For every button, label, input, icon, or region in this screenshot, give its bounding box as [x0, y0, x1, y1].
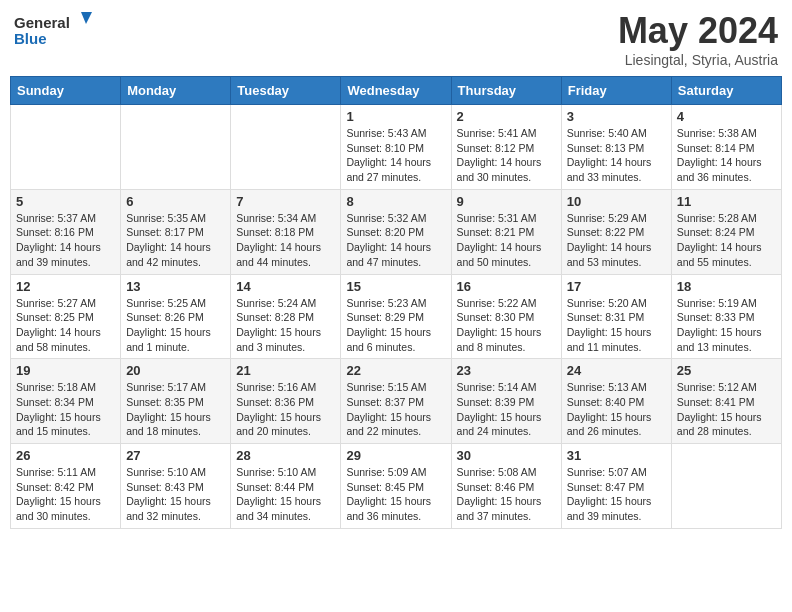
day-info: Sunrise: 5:10 AMSunset: 8:44 PMDaylight:… — [236, 465, 335, 524]
location: Liesingtal, Styria, Austria — [618, 52, 778, 68]
logo: General Blue — [14, 10, 94, 54]
col-header-wednesday: Wednesday — [341, 77, 451, 105]
svg-marker-2 — [81, 12, 92, 24]
calendar-cell: 30Sunrise: 5:08 AMSunset: 8:46 PMDayligh… — [451, 444, 561, 529]
day-info: Sunrise: 5:09 AMSunset: 8:45 PMDaylight:… — [346, 465, 445, 524]
svg-text:Blue: Blue — [14, 30, 47, 47]
day-info: Sunrise: 5:17 AMSunset: 8:35 PMDaylight:… — [126, 380, 225, 439]
calendar-cell: 9Sunrise: 5:31 AMSunset: 8:21 PMDaylight… — [451, 189, 561, 274]
day-number: 14 — [236, 279, 335, 294]
day-info: Sunrise: 5:40 AMSunset: 8:13 PMDaylight:… — [567, 126, 666, 185]
calendar-cell: 22Sunrise: 5:15 AMSunset: 8:37 PMDayligh… — [341, 359, 451, 444]
day-info: Sunrise: 5:13 AMSunset: 8:40 PMDaylight:… — [567, 380, 666, 439]
day-info: Sunrise: 5:08 AMSunset: 8:46 PMDaylight:… — [457, 465, 556, 524]
day-info: Sunrise: 5:16 AMSunset: 8:36 PMDaylight:… — [236, 380, 335, 439]
calendar-cell: 31Sunrise: 5:07 AMSunset: 8:47 PMDayligh… — [561, 444, 671, 529]
calendar-cell: 21Sunrise: 5:16 AMSunset: 8:36 PMDayligh… — [231, 359, 341, 444]
day-info: Sunrise: 5:20 AMSunset: 8:31 PMDaylight:… — [567, 296, 666, 355]
day-number: 21 — [236, 363, 335, 378]
col-header-tuesday: Tuesday — [231, 77, 341, 105]
calendar-table: SundayMondayTuesdayWednesdayThursdayFrid… — [10, 76, 782, 529]
day-number: 1 — [346, 109, 445, 124]
calendar-cell: 5Sunrise: 5:37 AMSunset: 8:16 PMDaylight… — [11, 189, 121, 274]
day-info: Sunrise: 5:27 AMSunset: 8:25 PMDaylight:… — [16, 296, 115, 355]
calendar-cell: 14Sunrise: 5:24 AMSunset: 8:28 PMDayligh… — [231, 274, 341, 359]
calendar-cell: 11Sunrise: 5:28 AMSunset: 8:24 PMDayligh… — [671, 189, 781, 274]
day-info: Sunrise: 5:35 AMSunset: 8:17 PMDaylight:… — [126, 211, 225, 270]
day-info: Sunrise: 5:41 AMSunset: 8:12 PMDaylight:… — [457, 126, 556, 185]
day-info: Sunrise: 5:10 AMSunset: 8:43 PMDaylight:… — [126, 465, 225, 524]
day-number: 27 — [126, 448, 225, 463]
day-number: 22 — [346, 363, 445, 378]
calendar-cell: 10Sunrise: 5:29 AMSunset: 8:22 PMDayligh… — [561, 189, 671, 274]
day-info: Sunrise: 5:31 AMSunset: 8:21 PMDaylight:… — [457, 211, 556, 270]
day-number: 12 — [16, 279, 115, 294]
month-title: May 2024 — [618, 10, 778, 52]
calendar-cell: 7Sunrise: 5:34 AMSunset: 8:18 PMDaylight… — [231, 189, 341, 274]
calendar-cell: 8Sunrise: 5:32 AMSunset: 8:20 PMDaylight… — [341, 189, 451, 274]
calendar-cell — [671, 444, 781, 529]
day-number: 17 — [567, 279, 666, 294]
day-info: Sunrise: 5:12 AMSunset: 8:41 PMDaylight:… — [677, 380, 776, 439]
day-info: Sunrise: 5:37 AMSunset: 8:16 PMDaylight:… — [16, 211, 115, 270]
day-info: Sunrise: 5:38 AMSunset: 8:14 PMDaylight:… — [677, 126, 776, 185]
day-info: Sunrise: 5:15 AMSunset: 8:37 PMDaylight:… — [346, 380, 445, 439]
calendar-cell: 3Sunrise: 5:40 AMSunset: 8:13 PMDaylight… — [561, 105, 671, 190]
day-info: Sunrise: 5:34 AMSunset: 8:18 PMDaylight:… — [236, 211, 335, 270]
day-number: 19 — [16, 363, 115, 378]
day-number: 18 — [677, 279, 776, 294]
calendar-cell: 18Sunrise: 5:19 AMSunset: 8:33 PMDayligh… — [671, 274, 781, 359]
day-info: Sunrise: 5:11 AMSunset: 8:42 PMDaylight:… — [16, 465, 115, 524]
day-number: 3 — [567, 109, 666, 124]
day-info: Sunrise: 5:24 AMSunset: 8:28 PMDaylight:… — [236, 296, 335, 355]
calendar-cell: 13Sunrise: 5:25 AMSunset: 8:26 PMDayligh… — [121, 274, 231, 359]
day-number: 15 — [346, 279, 445, 294]
calendar-cell: 4Sunrise: 5:38 AMSunset: 8:14 PMDaylight… — [671, 105, 781, 190]
day-number: 20 — [126, 363, 225, 378]
col-header-sunday: Sunday — [11, 77, 121, 105]
day-number: 8 — [346, 194, 445, 209]
calendar-cell: 28Sunrise: 5:10 AMSunset: 8:44 PMDayligh… — [231, 444, 341, 529]
day-number: 11 — [677, 194, 776, 209]
calendar-cell: 23Sunrise: 5:14 AMSunset: 8:39 PMDayligh… — [451, 359, 561, 444]
calendar-cell: 1Sunrise: 5:43 AMSunset: 8:10 PMDaylight… — [341, 105, 451, 190]
col-header-friday: Friday — [561, 77, 671, 105]
day-info: Sunrise: 5:43 AMSunset: 8:10 PMDaylight:… — [346, 126, 445, 185]
day-number: 7 — [236, 194, 335, 209]
calendar-cell: 25Sunrise: 5:12 AMSunset: 8:41 PMDayligh… — [671, 359, 781, 444]
day-info: Sunrise: 5:28 AMSunset: 8:24 PMDaylight:… — [677, 211, 776, 270]
calendar-cell: 19Sunrise: 5:18 AMSunset: 8:34 PMDayligh… — [11, 359, 121, 444]
day-number: 13 — [126, 279, 225, 294]
calendar-cell: 16Sunrise: 5:22 AMSunset: 8:30 PMDayligh… — [451, 274, 561, 359]
day-info: Sunrise: 5:29 AMSunset: 8:22 PMDaylight:… — [567, 211, 666, 270]
day-number: 4 — [677, 109, 776, 124]
day-info: Sunrise: 5:25 AMSunset: 8:26 PMDaylight:… — [126, 296, 225, 355]
day-number: 31 — [567, 448, 666, 463]
day-number: 16 — [457, 279, 556, 294]
calendar-cell: 24Sunrise: 5:13 AMSunset: 8:40 PMDayligh… — [561, 359, 671, 444]
col-header-monday: Monday — [121, 77, 231, 105]
day-info: Sunrise: 5:14 AMSunset: 8:39 PMDaylight:… — [457, 380, 556, 439]
col-header-saturday: Saturday — [671, 77, 781, 105]
day-number: 29 — [346, 448, 445, 463]
calendar-cell — [231, 105, 341, 190]
calendar-cell: 2Sunrise: 5:41 AMSunset: 8:12 PMDaylight… — [451, 105, 561, 190]
calendar-cell: 6Sunrise: 5:35 AMSunset: 8:17 PMDaylight… — [121, 189, 231, 274]
day-info: Sunrise: 5:19 AMSunset: 8:33 PMDaylight:… — [677, 296, 776, 355]
calendar-cell: 20Sunrise: 5:17 AMSunset: 8:35 PMDayligh… — [121, 359, 231, 444]
col-header-thursday: Thursday — [451, 77, 561, 105]
day-info: Sunrise: 5:32 AMSunset: 8:20 PMDaylight:… — [346, 211, 445, 270]
logo-svg: General Blue — [14, 10, 94, 54]
calendar-cell — [121, 105, 231, 190]
day-number: 28 — [236, 448, 335, 463]
day-number: 6 — [126, 194, 225, 209]
calendar-cell: 26Sunrise: 5:11 AMSunset: 8:42 PMDayligh… — [11, 444, 121, 529]
day-number: 26 — [16, 448, 115, 463]
calendar-cell: 29Sunrise: 5:09 AMSunset: 8:45 PMDayligh… — [341, 444, 451, 529]
calendar-cell — [11, 105, 121, 190]
svg-text:General: General — [14, 14, 70, 31]
calendar-cell: 27Sunrise: 5:10 AMSunset: 8:43 PMDayligh… — [121, 444, 231, 529]
day-number: 24 — [567, 363, 666, 378]
day-number: 23 — [457, 363, 556, 378]
day-info: Sunrise: 5:22 AMSunset: 8:30 PMDaylight:… — [457, 296, 556, 355]
